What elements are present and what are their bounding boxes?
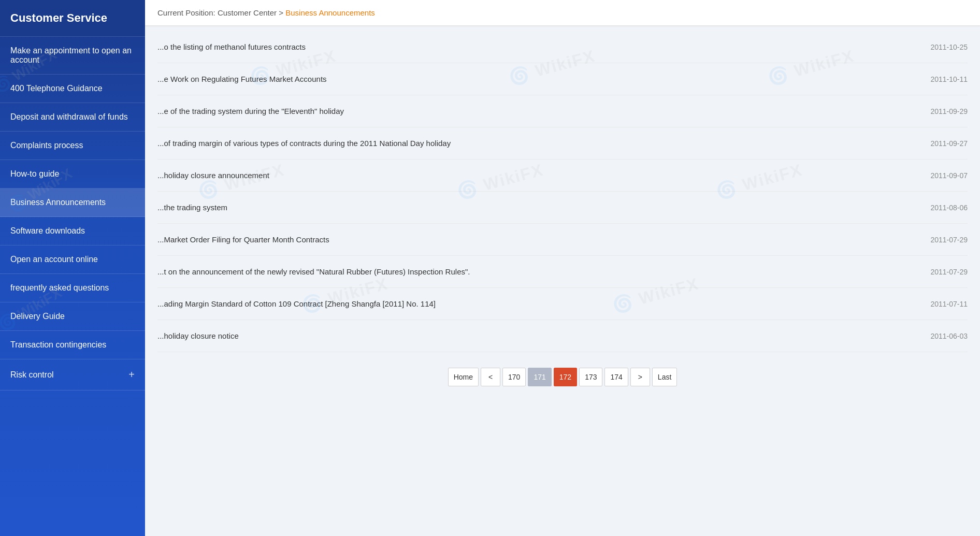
sidebar-item-software-downloads[interactable]: Software downloads xyxy=(0,217,145,245)
sidebar-item-label-how-to: How-to guide xyxy=(10,169,135,179)
article-date-9: 2011-06-03 xyxy=(930,332,968,340)
sidebar-item-complaints[interactable]: Complaints process xyxy=(0,132,145,160)
sidebar-title: Customer Service xyxy=(0,0,145,37)
sidebar-item-label-deposit-withdrawal: Deposit and withdrawal of funds xyxy=(10,112,135,122)
article-title-8: ...ading Margin Standard of Cotton 109 C… xyxy=(157,298,910,309)
sidebar-item-label-complaints: Complaints process xyxy=(10,141,135,150)
breadcrumb-center-text[interactable]: Customer Center xyxy=(218,8,277,17)
article-item-6[interactable]: ...Market Order Filing for Quarter Month… xyxy=(157,224,968,256)
sidebar-item-label-software-downloads: Software downloads xyxy=(10,226,135,236)
sidebar-items-container: Make an appointment to open an account40… xyxy=(0,37,145,390)
article-title-1: ...e Work on Regulating Futures Market A… xyxy=(157,74,910,84)
article-item-3[interactable]: ...of trading margin of various types of… xyxy=(157,127,968,160)
article-title-3: ...of trading margin of various types of… xyxy=(157,138,910,149)
article-date-8: 2011-07-11 xyxy=(930,300,968,308)
article-date-5: 2011-08-06 xyxy=(930,204,968,212)
sidebar-item-faq[interactable]: frequently asked questions xyxy=(0,274,145,302)
page-home-button[interactable]: Home xyxy=(448,368,479,386)
article-title-7: ...t on the announcement of the newly re… xyxy=(157,266,910,277)
article-title-2: ...e of the trading system during the "E… xyxy=(157,106,910,117)
sidebar-item-how-to[interactable]: How-to guide xyxy=(0,160,145,189)
article-date-2: 2011-09-29 xyxy=(930,107,968,115)
article-title-5: ...the trading system xyxy=(157,202,910,213)
main-content: Current Position: Customer Center > Busi… xyxy=(145,0,980,536)
pagination: Home < 170 171 172 173 174 > Last xyxy=(157,352,968,397)
sidebar-item-label-risk-control: Risk control xyxy=(10,370,128,380)
article-item-5[interactable]: ...the trading system2011-08-06 xyxy=(157,192,968,224)
sidebar-item-plus-icon-risk-control: + xyxy=(128,369,135,381)
article-item-0[interactable]: ...o the listing of methanol futures con… xyxy=(157,31,968,63)
page-next-button[interactable]: > xyxy=(630,368,650,386)
sidebar-item-label-open-account: Open an account online xyxy=(10,255,135,264)
article-title-0: ...o the listing of methanol futures con… xyxy=(157,41,910,52)
breadcrumb-separator: > xyxy=(279,8,285,17)
article-item-1[interactable]: ...e Work on Regulating Futures Market A… xyxy=(157,63,968,95)
sidebar-item-make-appointment[interactable]: Make an appointment to open an account xyxy=(0,37,145,75)
sidebar-item-transaction-contingencies[interactable]: Transaction contingencies xyxy=(0,331,145,359)
sidebar-item-label-faq: frequently asked questions xyxy=(10,283,135,293)
page-174-button[interactable]: 174 xyxy=(604,368,628,386)
article-item-8[interactable]: ...ading Margin Standard of Cotton 109 C… xyxy=(157,288,968,320)
article-item-2[interactable]: ...e of the trading system during the "E… xyxy=(157,95,968,127)
sidebar: 🌀 WikiFX 🌀 WikiFX 🌀 WikiFX Customer Serv… xyxy=(0,0,145,536)
article-date-0: 2011-10-25 xyxy=(930,43,968,51)
sidebar-item-label-transaction-contingencies: Transaction contingencies xyxy=(10,340,135,350)
page-173-button[interactable]: 173 xyxy=(579,368,602,386)
sidebar-item-delivery-guide[interactable]: Delivery Guide xyxy=(0,302,145,331)
breadcrumb-prefix: Current Position: xyxy=(157,8,215,17)
article-date-4: 2011-09-07 xyxy=(930,171,968,180)
sidebar-item-open-account[interactable]: Open an account online xyxy=(0,245,145,274)
article-item-4[interactable]: ...holiday closure announcement2011-09-0… xyxy=(157,160,968,192)
article-date-1: 2011-10-11 xyxy=(930,75,968,83)
article-title-6: ...Market Order Filing for Quarter Month… xyxy=(157,234,910,245)
sidebar-item-deposit-withdrawal[interactable]: Deposit and withdrawal of funds xyxy=(0,103,145,132)
article-date-3: 2011-09-27 xyxy=(930,139,968,148)
page-170-button[interactable]: 170 xyxy=(502,368,526,386)
article-item-7[interactable]: ...t on the announcement of the newly re… xyxy=(157,256,968,288)
breadcrumb: Current Position: Customer Center > Busi… xyxy=(145,0,980,26)
page-172-button[interactable]: 172 xyxy=(554,368,577,386)
page-last-button[interactable]: Last xyxy=(652,368,677,386)
article-date-6: 2011-07-29 xyxy=(930,236,968,244)
article-content: 🌀 WikiFX 🌀 WikiFX 🌀 WikiFX 🌀 WikiFX 🌀 Wi… xyxy=(145,26,980,536)
breadcrumb-current[interactable]: Business Announcements xyxy=(285,8,375,17)
page-171-button[interactable]: 171 xyxy=(528,368,551,386)
article-date-7: 2011-07-29 xyxy=(930,268,968,276)
sidebar-item-business-announcements[interactable]: Business Announcements xyxy=(0,189,145,217)
sidebar-item-risk-control[interactable]: Risk control+ xyxy=(0,359,145,390)
sidebar-item-label-make-appointment: Make an appointment to open an account xyxy=(10,46,135,65)
page-prev-button[interactable]: < xyxy=(481,368,500,386)
article-list: ...o the listing of methanol futures con… xyxy=(157,31,968,352)
article-title-9: ...holiday closure notice xyxy=(157,330,910,341)
article-title-4: ...holiday closure announcement xyxy=(157,170,910,181)
sidebar-item-label-delivery-guide: Delivery Guide xyxy=(10,312,135,321)
article-item-9[interactable]: ...holiday closure notice2011-06-03 xyxy=(157,320,968,352)
sidebar-item-label-business-announcements: Business Announcements xyxy=(10,198,135,207)
sidebar-item-label-telephone-guidance: 400 Telephone Guidance xyxy=(10,84,135,93)
sidebar-item-telephone-guidance[interactable]: 400 Telephone Guidance xyxy=(0,75,145,103)
